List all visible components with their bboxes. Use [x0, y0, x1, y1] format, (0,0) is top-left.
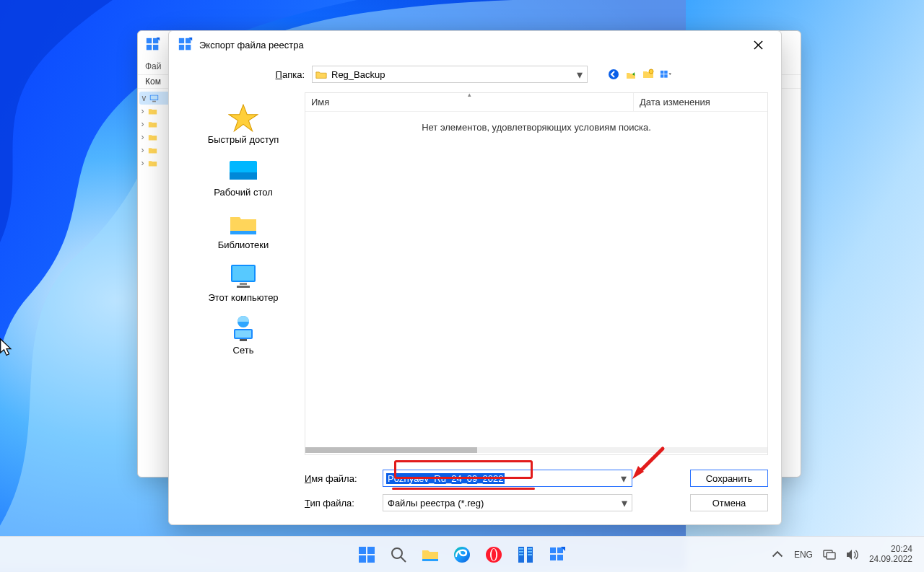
- svg-rect-28: [237, 286, 250, 288]
- filetype-value: Файлы реестра (*.reg): [388, 498, 622, 509]
- filename-value: Poznyaev_Ru_24_09_2022: [386, 473, 505, 484]
- svg-marker-61: [847, 550, 852, 560]
- svg-rect-53: [528, 554, 532, 555]
- nav-this-pc[interactable]: Этот компьютер: [208, 263, 278, 303]
- new-folder-icon[interactable]: [642, 69, 654, 80]
- export-registry-dialog: Экспорт файла реестра Папка: Reg_Backup …: [168, 30, 782, 525]
- start-button[interactable]: [357, 545, 376, 564]
- svg-marker-21: [229, 105, 258, 131]
- explorer-icon[interactable]: [421, 545, 440, 564]
- svg-rect-37: [359, 555, 366, 563]
- chevron-down-icon: ▾: [616, 472, 632, 485]
- svg-rect-32: [240, 339, 247, 341]
- svg-rect-2: [147, 45, 152, 50]
- app-icon[interactable]: [516, 545, 535, 564]
- filename-label: Имя файла:: [305, 473, 372, 484]
- svg-rect-3: [153, 45, 158, 50]
- edge-icon[interactable]: [453, 545, 471, 564]
- tray-clock[interactable]: 20:24 24.09.2022: [869, 545, 912, 565]
- dialog-title: Экспорт файла реестра: [199, 40, 304, 50]
- folder-combobox[interactable]: Reg_Backup ▾: [312, 66, 588, 83]
- close-button[interactable]: [744, 34, 772, 56]
- svg-rect-24: [230, 231, 256, 234]
- svg-rect-26: [232, 266, 254, 281]
- network-icon: [228, 314, 258, 343]
- filetype-combobox[interactable]: Файлы реестра (*.reg) ▾: [383, 494, 632, 511]
- folder-icon: [148, 120, 157, 129]
- save-button[interactable]: Сохранить: [690, 470, 768, 487]
- filename-combobox[interactable]: Poznyaev_Ru_24_09_2022 ▾: [383, 470, 632, 487]
- file-list[interactable]: ▴ Имя Дата изменения Нет элементов, удов…: [305, 92, 768, 455]
- svg-rect-38: [367, 555, 375, 563]
- svg-rect-9: [186, 38, 191, 43]
- computer-icon: [149, 94, 159, 103]
- cancel-button[interactable]: Отмена: [690, 494, 768, 511]
- chevron-down-icon[interactable]: ∨: [141, 93, 147, 103]
- svg-rect-17: [661, 71, 663, 74]
- folder-icon: [148, 146, 157, 155]
- search-icon[interactable]: [389, 545, 408, 564]
- svg-point-39: [392, 548, 402, 558]
- star-icon: [228, 104, 258, 133]
- svg-rect-10: [179, 45, 184, 50]
- chevron-down-icon: ▾: [622, 496, 627, 510]
- svg-rect-50: [519, 554, 523, 555]
- dialog-titlebar[interactable]: Экспорт файла реестра: [169, 31, 781, 58]
- nav-quick-access[interactable]: Быстрый доступ: [208, 105, 279, 145]
- svg-rect-31: [235, 330, 251, 338]
- views-menu-icon[interactable]: [660, 69, 671, 80]
- nav-desktop[interactable]: Рабочий стол: [214, 158, 273, 198]
- up-folder-icon[interactable]: [625, 69, 637, 80]
- nav-libraries[interactable]: Библиотеки: [218, 211, 269, 250]
- svg-rect-52: [528, 551, 532, 553]
- svg-rect-41: [422, 559, 438, 561]
- folder-value: Reg_Backup: [331, 69, 577, 80]
- svg-rect-19: [661, 74, 663, 77]
- tray-volume-icon[interactable]: [846, 548, 859, 561]
- column-date[interactable]: Дата изменения: [634, 93, 767, 111]
- svg-rect-18: [664, 71, 667, 74]
- tray-chevron-up-icon[interactable]: [771, 548, 784, 561]
- svg-rect-60: [827, 553, 835, 559]
- nav-network[interactable]: Сеть: [228, 316, 258, 356]
- chevron-down-icon: ▾: [577, 68, 584, 82]
- filetype-label: Тип файла:: [305, 498, 372, 509]
- svg-rect-57: [557, 555, 563, 560]
- svg-rect-23: [230, 172, 257, 180]
- svg-rect-56: [550, 555, 556, 560]
- svg-rect-8: [179, 38, 184, 43]
- mouse-cursor-icon: [0, 339, 13, 358]
- svg-point-16: [649, 69, 653, 74]
- tray-language[interactable]: ENG: [794, 550, 813, 560]
- folder-icon: [148, 107, 157, 116]
- svg-rect-48: [519, 548, 523, 550]
- svg-rect-27: [240, 283, 247, 285]
- regedit-app-icon: [145, 37, 161, 53]
- folder-label: Папка:: [269, 69, 305, 80]
- svg-point-45: [492, 548, 496, 560]
- svg-rect-7: [152, 100, 156, 102]
- empty-list-text: Нет элементов, удовлетворяющих условиям …: [305, 112, 767, 446]
- svg-point-15: [609, 69, 619, 79]
- column-name[interactable]: ▴ Имя: [305, 93, 634, 111]
- svg-rect-0: [147, 38, 152, 43]
- svg-rect-55: [557, 547, 563, 553]
- svg-rect-49: [519, 551, 523, 553]
- libraries-icon: [228, 211, 258, 236]
- svg-rect-54: [550, 547, 556, 553]
- svg-rect-35: [359, 547, 366, 554]
- folder-icon: [315, 70, 327, 79]
- svg-rect-11: [186, 45, 191, 50]
- opera-icon[interactable]: [484, 545, 503, 564]
- regedit-taskbar-icon[interactable]: [548, 545, 567, 564]
- regedit-app-icon: [178, 37, 193, 53]
- svg-rect-36: [367, 547, 375, 554]
- go-back-icon[interactable]: [608, 69, 619, 80]
- horizontal-scrollbar[interactable]: [305, 446, 767, 454]
- svg-rect-6: [151, 95, 158, 100]
- sort-asc-icon: ▴: [468, 91, 471, 98]
- tray-network-icon[interactable]: [823, 548, 836, 561]
- svg-rect-51: [528, 548, 532, 550]
- svg-rect-1: [153, 38, 158, 43]
- folder-icon: [148, 133, 157, 142]
